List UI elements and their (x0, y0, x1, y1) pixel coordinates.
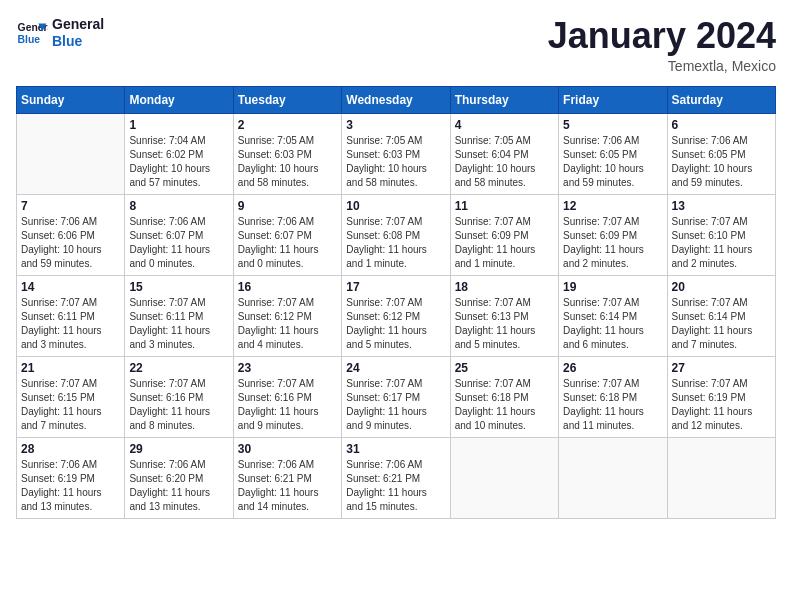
day-info: Sunrise: 7:05 AM Sunset: 6:04 PM Dayligh… (455, 134, 554, 190)
weekday-header-monday: Monday (125, 86, 233, 113)
day-info: Sunrise: 7:06 AM Sunset: 6:07 PM Dayligh… (129, 215, 228, 271)
day-number: 12 (563, 199, 662, 213)
day-info: Sunrise: 7:06 AM Sunset: 6:06 PM Dayligh… (21, 215, 120, 271)
calendar-day-cell: 8Sunrise: 7:06 AM Sunset: 6:07 PM Daylig… (125, 194, 233, 275)
day-info: Sunrise: 7:07 AM Sunset: 6:14 PM Dayligh… (672, 296, 771, 352)
calendar-day-cell: 16Sunrise: 7:07 AM Sunset: 6:12 PM Dayli… (233, 275, 341, 356)
calendar-header-row: SundayMondayTuesdayWednesdayThursdayFrid… (17, 86, 776, 113)
logo-blue: Blue (52, 33, 104, 50)
day-number: 26 (563, 361, 662, 375)
calendar-day-cell: 12Sunrise: 7:07 AM Sunset: 6:09 PM Dayli… (559, 194, 667, 275)
calendar-empty-cell (17, 113, 125, 194)
day-info: Sunrise: 7:07 AM Sunset: 6:12 PM Dayligh… (346, 296, 445, 352)
day-info: Sunrise: 7:05 AM Sunset: 6:03 PM Dayligh… (346, 134, 445, 190)
calendar-day-cell: 21Sunrise: 7:07 AM Sunset: 6:15 PM Dayli… (17, 356, 125, 437)
day-info: Sunrise: 7:05 AM Sunset: 6:03 PM Dayligh… (238, 134, 337, 190)
calendar-week-row: 1Sunrise: 7:04 AM Sunset: 6:02 PM Daylig… (17, 113, 776, 194)
day-number: 3 (346, 118, 445, 132)
calendar-day-cell: 19Sunrise: 7:07 AM Sunset: 6:14 PM Dayli… (559, 275, 667, 356)
calendar-day-cell: 9Sunrise: 7:06 AM Sunset: 6:07 PM Daylig… (233, 194, 341, 275)
day-number: 29 (129, 442, 228, 456)
day-info: Sunrise: 7:06 AM Sunset: 6:20 PM Dayligh… (129, 458, 228, 514)
svg-text:Blue: Blue (18, 33, 41, 44)
calendar-day-cell: 18Sunrise: 7:07 AM Sunset: 6:13 PM Dayli… (450, 275, 558, 356)
title-block: January 2024 Temextla, Mexico (548, 16, 776, 74)
calendar-day-cell: 6Sunrise: 7:06 AM Sunset: 6:05 PM Daylig… (667, 113, 775, 194)
day-info: Sunrise: 7:07 AM Sunset: 6:15 PM Dayligh… (21, 377, 120, 433)
day-info: Sunrise: 7:06 AM Sunset: 6:07 PM Dayligh… (238, 215, 337, 271)
day-info: Sunrise: 7:07 AM Sunset: 6:09 PM Dayligh… (563, 215, 662, 271)
calendar-day-cell: 20Sunrise: 7:07 AM Sunset: 6:14 PM Dayli… (667, 275, 775, 356)
day-info: Sunrise: 7:06 AM Sunset: 6:05 PM Dayligh… (563, 134, 662, 190)
day-number: 20 (672, 280, 771, 294)
calendar-week-row: 28Sunrise: 7:06 AM Sunset: 6:19 PM Dayli… (17, 437, 776, 518)
day-info: Sunrise: 7:07 AM Sunset: 6:11 PM Dayligh… (21, 296, 120, 352)
day-info: Sunrise: 7:06 AM Sunset: 6:19 PM Dayligh… (21, 458, 120, 514)
day-number: 24 (346, 361, 445, 375)
day-info: Sunrise: 7:04 AM Sunset: 6:02 PM Dayligh… (129, 134, 228, 190)
logo-icon: General Blue (16, 17, 48, 49)
day-number: 17 (346, 280, 445, 294)
day-number: 2 (238, 118, 337, 132)
day-number: 18 (455, 280, 554, 294)
day-info: Sunrise: 7:07 AM Sunset: 6:16 PM Dayligh… (238, 377, 337, 433)
calendar-week-row: 7Sunrise: 7:06 AM Sunset: 6:06 PM Daylig… (17, 194, 776, 275)
day-number: 4 (455, 118, 554, 132)
calendar-day-cell: 7Sunrise: 7:06 AM Sunset: 6:06 PM Daylig… (17, 194, 125, 275)
calendar-day-cell: 4Sunrise: 7:05 AM Sunset: 6:04 PM Daylig… (450, 113, 558, 194)
calendar-day-cell: 1Sunrise: 7:04 AM Sunset: 6:02 PM Daylig… (125, 113, 233, 194)
day-info: Sunrise: 7:07 AM Sunset: 6:10 PM Dayligh… (672, 215, 771, 271)
day-info: Sunrise: 7:07 AM Sunset: 6:11 PM Dayligh… (129, 296, 228, 352)
day-number: 8 (129, 199, 228, 213)
day-info: Sunrise: 7:06 AM Sunset: 6:21 PM Dayligh… (238, 458, 337, 514)
day-info: Sunrise: 7:07 AM Sunset: 6:19 PM Dayligh… (672, 377, 771, 433)
calendar-empty-cell (667, 437, 775, 518)
day-info: Sunrise: 7:07 AM Sunset: 6:14 PM Dayligh… (563, 296, 662, 352)
day-number: 1 (129, 118, 228, 132)
day-number: 13 (672, 199, 771, 213)
page-header: General Blue General Blue January 2024 T… (16, 16, 776, 74)
calendar-day-cell: 13Sunrise: 7:07 AM Sunset: 6:10 PM Dayli… (667, 194, 775, 275)
calendar-day-cell: 28Sunrise: 7:06 AM Sunset: 6:19 PM Dayli… (17, 437, 125, 518)
day-number: 25 (455, 361, 554, 375)
calendar-day-cell: 3Sunrise: 7:05 AM Sunset: 6:03 PM Daylig… (342, 113, 450, 194)
calendar-empty-cell (559, 437, 667, 518)
location-subtitle: Temextla, Mexico (548, 58, 776, 74)
weekday-header-tuesday: Tuesday (233, 86, 341, 113)
day-info: Sunrise: 7:07 AM Sunset: 6:13 PM Dayligh… (455, 296, 554, 352)
day-number: 16 (238, 280, 337, 294)
calendar-day-cell: 14Sunrise: 7:07 AM Sunset: 6:11 PM Dayli… (17, 275, 125, 356)
day-number: 6 (672, 118, 771, 132)
month-title: January 2024 (548, 16, 776, 56)
day-number: 19 (563, 280, 662, 294)
day-number: 23 (238, 361, 337, 375)
day-number: 31 (346, 442, 445, 456)
day-info: Sunrise: 7:07 AM Sunset: 6:17 PM Dayligh… (346, 377, 445, 433)
day-number: 15 (129, 280, 228, 294)
day-number: 21 (21, 361, 120, 375)
day-number: 9 (238, 199, 337, 213)
calendar-day-cell: 25Sunrise: 7:07 AM Sunset: 6:18 PM Dayli… (450, 356, 558, 437)
day-info: Sunrise: 7:07 AM Sunset: 6:16 PM Dayligh… (129, 377, 228, 433)
day-number: 5 (563, 118, 662, 132)
calendar-day-cell: 17Sunrise: 7:07 AM Sunset: 6:12 PM Dayli… (342, 275, 450, 356)
calendar-day-cell: 29Sunrise: 7:06 AM Sunset: 6:20 PM Dayli… (125, 437, 233, 518)
day-number: 30 (238, 442, 337, 456)
day-number: 7 (21, 199, 120, 213)
day-info: Sunrise: 7:07 AM Sunset: 6:18 PM Dayligh… (563, 377, 662, 433)
day-info: Sunrise: 7:07 AM Sunset: 6:12 PM Dayligh… (238, 296, 337, 352)
day-info: Sunrise: 7:07 AM Sunset: 6:08 PM Dayligh… (346, 215, 445, 271)
calendar-day-cell: 22Sunrise: 7:07 AM Sunset: 6:16 PM Dayli… (125, 356, 233, 437)
calendar-day-cell: 31Sunrise: 7:06 AM Sunset: 6:21 PM Dayli… (342, 437, 450, 518)
calendar-week-row: 21Sunrise: 7:07 AM Sunset: 6:15 PM Dayli… (17, 356, 776, 437)
day-info: Sunrise: 7:07 AM Sunset: 6:09 PM Dayligh… (455, 215, 554, 271)
calendar-empty-cell (450, 437, 558, 518)
weekday-header-saturday: Saturday (667, 86, 775, 113)
calendar-day-cell: 10Sunrise: 7:07 AM Sunset: 6:08 PM Dayli… (342, 194, 450, 275)
calendar-day-cell: 23Sunrise: 7:07 AM Sunset: 6:16 PM Dayli… (233, 356, 341, 437)
day-number: 11 (455, 199, 554, 213)
logo-general: General (52, 16, 104, 33)
weekday-header-wednesday: Wednesday (342, 86, 450, 113)
day-info: Sunrise: 7:06 AM Sunset: 6:05 PM Dayligh… (672, 134, 771, 190)
calendar-day-cell: 24Sunrise: 7:07 AM Sunset: 6:17 PM Dayli… (342, 356, 450, 437)
